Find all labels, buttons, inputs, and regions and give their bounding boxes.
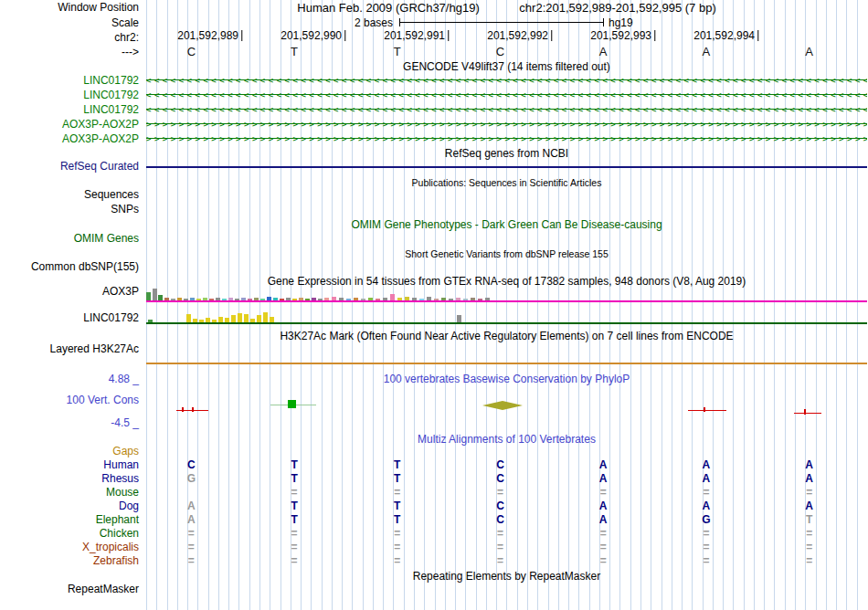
refseq-curated-label[interactable]: RefSeq Curated: [0, 160, 139, 173]
alignment-row-elephant[interactable]: A T T C A G T: [146, 513, 867, 526]
gtex-gene-model-line[interactable]: [146, 322, 867, 324]
alignment-row-mouse[interactable]: = = = = = =: [146, 486, 867, 499]
reference-base: C: [140, 45, 243, 58]
repeatmasker-label[interactable]: RepeatMasker: [0, 583, 139, 595]
gene-track-line[interactable]: >>>>>>>>>>>>>>>>>>>>>>>>>>>>>>>>>>>>>>>>…: [146, 119, 867, 130]
coord-tick: 201,592,990: [281, 30, 345, 41]
gene-label[interactable]: LINC01792: [0, 89, 139, 101]
omim-genes-label[interactable]: OMIM Genes: [0, 232, 139, 245]
gene-track-line[interactable]: <<<<<<<<<<<<<<<<<<<<<<<<<<<<<<<<<<<<<<<<…: [146, 89, 867, 100]
refseq-track-header[interactable]: RefSeq genes from NCBI: [146, 147, 867, 160]
align-base: C: [449, 500, 552, 512]
species-label-elephant[interactable]: Elephant: [0, 513, 139, 526]
strand-direction-label: --->: [0, 46, 139, 58]
gene-track-line[interactable]: >>>>>>>>>>>>>>>>>>>>>>>>>>>>>>>>>>>>>>>>…: [146, 133, 867, 144]
coord-tick: 201,592,992: [487, 30, 552, 41]
align-base: =: [243, 554, 346, 567]
gtex-track-header[interactable]: Gene Expression in 54 tissues from GTEx …: [146, 275, 867, 288]
gene-track-line[interactable]: <<<<<<<<<<<<<<<<<<<<<<<<<<<<<<<<<<<<<<<<…: [146, 75, 867, 86]
align-base: =: [449, 541, 552, 553]
align-base: T: [345, 472, 449, 485]
gene-label[interactable]: AOX3P-AOX2P: [0, 118, 139, 131]
align-base: T: [345, 500, 449, 512]
reference-base: A: [552, 45, 655, 58]
repeatmasker-track-header[interactable]: Repeating Elements by RepeatMasker: [146, 570, 867, 583]
gene-track-line[interactable]: <<<<<<<<<<<<<<<<<<<<<<<<<<<<<<<<<<<<<<<<…: [146, 104, 867, 115]
reference-base: T: [345, 45, 449, 58]
publications-track-header[interactable]: Publications: Sequences in Scientific Ar…: [146, 176, 867, 189]
refseq-curated-track[interactable]: [146, 166, 867, 168]
layered-h3k27ac-label[interactable]: Layered H3K27Ac: [0, 342, 139, 355]
align-base: =: [345, 486, 449, 499]
align-base: A: [552, 472, 655, 485]
gtex-gene-model-line[interactable]: [146, 300, 867, 302]
species-label-chicken[interactable]: Chicken: [0, 527, 139, 540]
align-base: =: [655, 541, 758, 553]
coord-tick: 201,592,993: [590, 30, 655, 41]
chrom-label: chr2:: [0, 31, 139, 44]
minus-strand-arrows: <<<<<<<<<<<<<<<<<<<<<<<<<<<<<<<<<<<<<<<<…: [146, 89, 867, 100]
align-base: =: [345, 541, 449, 553]
align-base: T: [243, 458, 346, 471]
gtex-expression-bars[interactable]: [146, 311, 867, 322]
coord-tick: 201,592,994: [693, 30, 758, 41]
alignment-row-rhesus[interactable]: G T T C A A A: [146, 472, 867, 485]
sequences-label[interactable]: Sequences: [0, 188, 139, 201]
align-base: T: [243, 513, 346, 526]
alignment-row-zebrafish[interactable]: = = = = = = =: [146, 554, 867, 567]
align-base: =: [449, 527, 552, 540]
align-base: G: [655, 513, 758, 526]
align-base: A: [140, 500, 243, 512]
align-base: A: [552, 513, 655, 526]
align-base: T: [345, 458, 449, 471]
align-base: =: [243, 486, 346, 499]
align-base: =: [655, 554, 758, 567]
align-base: =: [140, 554, 243, 567]
species-label-rhesus[interactable]: Rhesus: [0, 472, 139, 485]
align-base: A: [757, 472, 861, 485]
species-label-dog[interactable]: Dog: [0, 500, 139, 512]
align-base: T: [243, 472, 346, 485]
align-base: =: [345, 527, 449, 540]
scale-assembly: hg19: [609, 16, 633, 29]
omim-track-header[interactable]: OMIM Gene Phenotypes - Dark Green Can Be…: [146, 218, 867, 231]
coord-tick: 201,592,991: [384, 30, 449, 41]
align-base: [140, 486, 243, 499]
alignment-row-chicken[interactable]: = = = = = = =: [146, 527, 867, 540]
align-base: =: [140, 541, 243, 553]
dbsnp-track-header[interactable]: Short Genetic Variants from dbSNP releas…: [146, 247, 867, 260]
align-base: =: [449, 486, 552, 499]
align-base: =: [655, 527, 758, 540]
phylop-signal[interactable]: [146, 393, 867, 429]
align-base: T: [243, 500, 346, 512]
species-label-human[interactable]: Human: [0, 458, 139, 471]
alignment-row-human[interactable]: C T T C A A A: [146, 458, 867, 471]
common-dbsnp-label[interactable]: Common dbSNP(155): [0, 260, 139, 273]
align-base: A: [655, 472, 758, 485]
h3k27ac-track-header[interactable]: H3K27Ac Mark (Often Found Near Active Re…: [146, 330, 867, 342]
alignment-row-x-tropicalis[interactable]: = = = = = = =: [146, 541, 867, 553]
gtex-gene-label[interactable]: LINC01792: [0, 311, 139, 324]
cons-track-label[interactable]: 100 Vert. Cons: [0, 394, 139, 406]
minus-strand-arrows: <<<<<<<<<<<<<<<<<<<<<<<<<<<<<<<<<<<<<<<<…: [146, 75, 867, 86]
gtex-gene-label[interactable]: AOX3P: [0, 285, 139, 298]
gene-label[interactable]: LINC01792: [0, 103, 139, 116]
phylop-track-header[interactable]: 100 vertebrates Basewise Conservation by…: [146, 373, 867, 385]
species-label-x-tropicalis[interactable]: X_tropicalis: [0, 541, 139, 553]
align-base: C: [449, 458, 552, 471]
alignment-row-dog[interactable]: A T T C A A A: [146, 500, 867, 512]
gtex-expression-bars[interactable]: [146, 289, 867, 300]
align-base: =: [449, 554, 552, 567]
reference-base: T: [243, 45, 346, 58]
h3k27ac-signal-line[interactable]: [146, 363, 867, 364]
gene-label[interactable]: LINC01792: [0, 74, 139, 87]
align-base: C: [449, 472, 552, 485]
gene-label[interactable]: AOX3P-AOX2P: [0, 132, 139, 145]
species-label-zebrafish[interactable]: Zebrafish: [0, 554, 139, 567]
gaps-label[interactable]: Gaps: [0, 445, 139, 458]
align-base: C: [449, 513, 552, 526]
species-label-mouse[interactable]: Mouse: [0, 486, 139, 499]
snps-label[interactable]: SNPs: [0, 203, 139, 216]
multiz-track-header[interactable]: Multiz Alignments of 100 Vertebrates: [146, 433, 867, 446]
gencode-track-header[interactable]: GENCODE V49lift37 (14 items filtered out…: [146, 60, 867, 73]
